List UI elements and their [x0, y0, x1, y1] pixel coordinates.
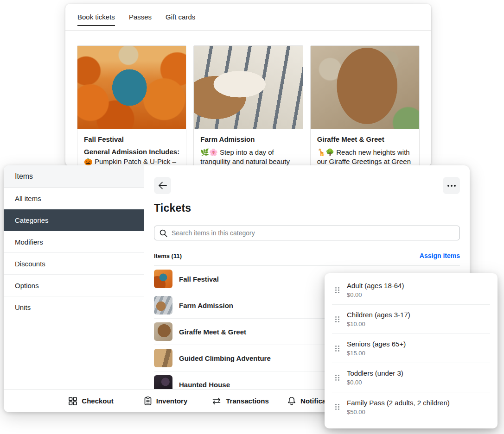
nav-label: Inventory — [156, 397, 188, 405]
variation-row-toddlers[interactable]: Toddlers (under 3) $0.00 — [332, 363, 490, 392]
search-icon — [159, 229, 167, 237]
variation-name: Toddlers (under 3) — [347, 369, 403, 377]
item-name: Fall Festival — [179, 275, 219, 283]
card-title: Giraffe Meet & Greet — [317, 135, 413, 143]
card-description: 🦒🌳 Reach new heights with our Giraffe Gr… — [317, 148, 413, 166]
nav-label: Checkout — [82, 397, 113, 405]
drag-handle-icon[interactable] — [335, 287, 340, 294]
drag-handle-icon[interactable] — [335, 374, 340, 381]
category-title: Tickets — [154, 202, 460, 214]
search-input[interactable] — [172, 229, 454, 237]
item-name: Guided Climbing Adventure — [179, 354, 271, 362]
bell-icon — [287, 396, 296, 405]
booking-tabs: Book tickets Passes Gift cards — [65, 4, 431, 31]
item-name: Haunted House — [179, 381, 230, 389]
category-search — [154, 226, 460, 240]
clipboard-icon — [144, 396, 152, 405]
arrows-swap-icon — [212, 397, 221, 405]
grid-icon — [69, 397, 77, 405]
sidebar-item-options[interactable]: Options — [4, 275, 144, 296]
item-thumbnail — [154, 322, 172, 341]
ticket-card-giraffe-meet-greet[interactable]: Giraffe Meet & Greet 🦒🌳 Reach new height… — [310, 45, 420, 166]
giraffe-photo — [311, 46, 419, 129]
back-button[interactable] — [154, 177, 171, 194]
variation-name: Adult (ages 18-64) — [347, 282, 404, 289]
variation-name: Seniors (ages 65+) — [347, 340, 406, 348]
more-options-button[interactable] — [443, 177, 460, 194]
variation-name: Children (ages 3-17) — [347, 311, 410, 319]
variation-price: $0.00 — [347, 291, 404, 298]
variation-row-seniors[interactable]: Seniors (ages 65+) $15.00 — [332, 334, 490, 363]
variation-row-adult[interactable]: Adult (ages 18-64) $0.00 — [332, 276, 490, 305]
sidebar-item-discounts[interactable]: Discounts — [4, 253, 144, 275]
assign-items-link[interactable]: Assign items — [420, 252, 460, 259]
tab-gift-cards[interactable]: Gift cards — [166, 4, 195, 30]
item-thumbnail — [154, 375, 172, 389]
tab-book-tickets[interactable]: Book tickets — [77, 4, 115, 30]
variation-price: $50.00 — [347, 409, 450, 415]
item-thumbnail — [154, 349, 172, 367]
items-count-label: Items (11) — [154, 252, 182, 259]
card-title: Farm Admission — [200, 135, 296, 143]
sidebar-title: Items — [4, 165, 144, 188]
drag-handle-icon[interactable] — [335, 345, 340, 352]
nav-inventory[interactable]: Inventory — [128, 396, 203, 405]
ticket-variations-card: Adult (ages 18-64) $0.00 Children (ages … — [325, 273, 498, 428]
item-thumbnail — [154, 270, 172, 288]
arrow-left-icon — [158, 182, 167, 189]
sidebar-item-modifiers[interactable]: Modifiers — [4, 231, 144, 253]
ticket-card-fall-festival[interactable]: Fall Festival General Admission Includes… — [77, 45, 186, 166]
sidebar-item-units[interactable]: Units — [4, 296, 144, 318]
items-sidebar: Items All items Categories Modifiers Dis… — [4, 165, 144, 389]
variation-price: $15.00 — [347, 350, 406, 357]
tab-passes[interactable]: Passes — [129, 4, 152, 30]
nav-transactions[interactable]: Transactions — [203, 397, 278, 405]
item-thumbnail — [154, 296, 172, 314]
variation-row-family-pass[interactable]: Family Pass (2 adults, 2 children) $50.0… — [332, 392, 490, 421]
card-desc-heading: General Admission Includes: — [84, 148, 179, 156]
ticket-card-farm-admission[interactable]: Farm Admission 🌿🌸 Step into a day of tra… — [193, 45, 303, 166]
item-name: Farm Admission — [179, 302, 233, 309]
farm-admission-photo — [194, 46, 302, 129]
variation-price: $10.00 — [347, 321, 410, 327]
variation-row-children[interactable]: Children (ages 3-17) $10.00 — [332, 305, 490, 334]
nav-label: Transactions — [226, 397, 269, 405]
ellipsis-icon — [447, 185, 456, 187]
variation-price: $0.00 — [347, 379, 403, 386]
drag-handle-icon[interactable] — [335, 403, 340, 410]
sidebar-item-all-items[interactable]: All items — [4, 188, 144, 209]
drag-handle-icon[interactable] — [335, 316, 340, 323]
fall-festival-photo — [77, 46, 186, 129]
card-description: 🎃 Pumpkin Patch & U-Pick – Choose… — [84, 157, 179, 166]
nav-checkout[interactable]: Checkout — [54, 397, 128, 405]
variation-name: Family Pass (2 adults, 2 children) — [347, 399, 450, 407]
item-name: Giraffe Meet & Greet — [179, 328, 246, 336]
booking-window: Book tickets Passes Gift cards Fall Fest… — [65, 4, 431, 166]
ticket-cards-row: Fall Festival General Admission Includes… — [65, 31, 431, 166]
card-title: Fall Festival — [84, 135, 179, 143]
sidebar-item-categories[interactable]: Categories — [4, 209, 144, 231]
card-description: 🌿🌸 Step into a day of tranquility and na… — [200, 148, 296, 166]
